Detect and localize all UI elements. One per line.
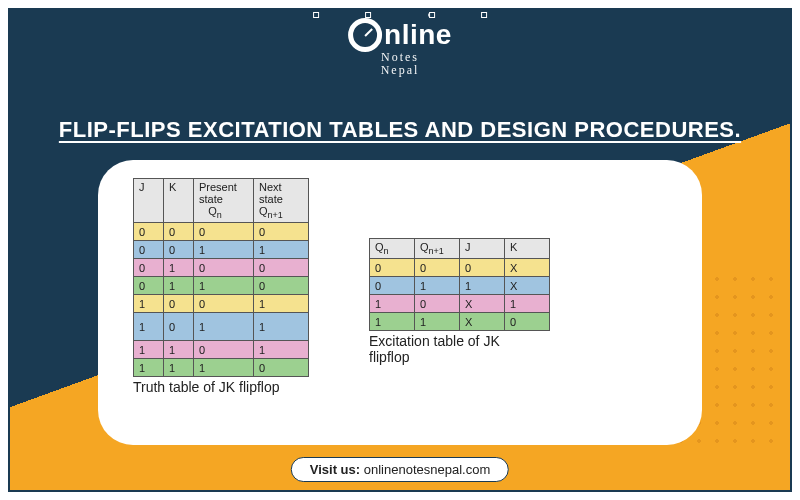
- brand-logo: nline Notes Nepal: [348, 18, 452, 78]
- truth-table: J K Present state Qn Next state Qn+1: [133, 178, 309, 377]
- table-row: 011X: [370, 277, 550, 295]
- table-row: 000X: [370, 259, 550, 277]
- tt-header-next: Next state Qn+1: [254, 179, 309, 223]
- truth-table-section: J K Present state Qn Next state Qn+1: [133, 178, 309, 395]
- page-frame: nline Notes Nepal FLIP-FLIPS EXCITATION …: [8, 8, 792, 492]
- excitation-table-section: Qn Qn+1 J K 000X 011X 10X1 11X0 Excitati…: [369, 238, 550, 365]
- table-row: 0000: [134, 223, 309, 241]
- logo-text: nline: [384, 19, 452, 51]
- logo-subtext-2: Nepal: [348, 63, 452, 78]
- excitation-table-caption: Excitation table of JK flipflop: [369, 333, 550, 365]
- tables-container: J K Present state Qn Next state Qn+1: [133, 178, 667, 435]
- et-header-qn: Qn: [370, 239, 415, 259]
- table-row: 10X1: [370, 295, 550, 313]
- page-title: FLIP-FLIPS EXCITATION TABLES AND DESIGN …: [10, 117, 790, 143]
- table-row: 0100: [134, 259, 309, 277]
- logo-main-text: nline: [348, 18, 452, 52]
- visit-link[interactable]: Visit us: onlinenotesnepal.com: [291, 457, 509, 482]
- visit-url: onlinenotesnepal.com: [364, 462, 490, 477]
- table-row: 1011: [134, 313, 309, 341]
- logo-o-icon: [348, 18, 382, 52]
- table-row: 1101: [134, 341, 309, 359]
- excitation-table: Qn Qn+1 J K 000X 011X 10X1 11X0: [369, 238, 550, 331]
- et-header-k: K: [505, 239, 550, 259]
- et-header-j: J: [460, 239, 505, 259]
- visit-label: Visit us:: [310, 462, 360, 477]
- table-row: 1001: [134, 295, 309, 313]
- table-row: 0011: [134, 241, 309, 259]
- table-row: 1110: [134, 359, 309, 377]
- tt-header-k: K: [164, 179, 194, 223]
- et-header-qn1: Qn+1: [415, 239, 460, 259]
- content-card: J K Present state Qn Next state Qn+1: [98, 160, 702, 445]
- tt-header-j: J: [134, 179, 164, 223]
- logo-decorative-markers: [313, 12, 487, 20]
- tt-header-present: Present state Qn: [194, 179, 254, 223]
- table-row: 11X0: [370, 313, 550, 331]
- truth-table-caption: Truth table of JK flipflop: [133, 379, 309, 395]
- table-row: 0110: [134, 277, 309, 295]
